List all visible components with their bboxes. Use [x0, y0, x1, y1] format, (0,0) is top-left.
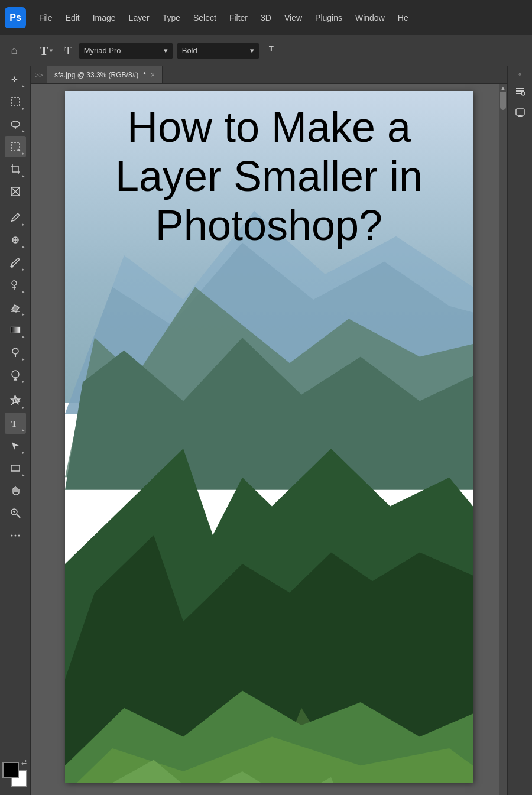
- svg-rect-46: [516, 109, 524, 115]
- panel-collapse-button[interactable]: «: [516, 69, 524, 80]
- canvas-text-overlay: How to Make a Layer Smaller in Photoshop…: [65, 91, 473, 261]
- menu-plugins[interactable]: Plugins: [309, 9, 348, 26]
- font-style-chevron: ▾: [250, 46, 254, 55]
- type-arrow: ▸: [22, 428, 25, 433]
- tab-filename: sfa.jpg @ 33.3% (RGB/8#): [54, 71, 138, 79]
- right-panel: «: [507, 66, 532, 795]
- type-tool[interactable]: T ▸: [5, 413, 26, 434]
- type-chevron: ▾: [50, 47, 53, 54]
- eyedropper-tool[interactable]: ▸: [5, 207, 26, 228]
- menu-items: File Edit Image Layer Type Select Filter…: [33, 9, 527, 26]
- svg-point-31: [18, 535, 20, 537]
- svg-rect-24: [11, 465, 20, 471]
- svg-point-2: [11, 121, 20, 127]
- svg-rect-19: [11, 327, 20, 333]
- move-arrow: ▸: [22, 84, 25, 89]
- document-tab[interactable]: sfa.jpg @ 33.3% (RGB/8#) * ×: [47, 66, 163, 83]
- menu-select[interactable]: Select: [187, 9, 222, 26]
- canvas-heading: How to Make a Layer Smaller in Photoshop…: [83, 103, 455, 249]
- tab-modified: *: [143, 71, 146, 79]
- menu-layer[interactable]: Layer: [123, 9, 155, 26]
- menu-edit[interactable]: Edit: [60, 9, 86, 26]
- brush-tool[interactable]: ▸: [5, 252, 26, 273]
- menu-filter[interactable]: Filter: [223, 9, 254, 26]
- hand-tool[interactable]: [5, 480, 26, 501]
- menu-file[interactable]: File: [33, 9, 59, 26]
- svg-text:✛: ✛: [11, 75, 18, 84]
- menu-view[interactable]: View: [278, 9, 308, 26]
- menu-help[interactable]: He: [392, 9, 414, 26]
- menu-type[interactable]: Type: [157, 9, 186, 26]
- rectangle-shape-tool[interactable]: ▸: [5, 457, 26, 479]
- eraser-tool[interactable]: ▸: [5, 297, 26, 318]
- clone-stamp-tool[interactable]: ▸: [5, 274, 26, 296]
- character-panel-icon[interactable]: ᵀ: [263, 43, 280, 59]
- vertical-scrollbar[interactable]: [499, 84, 507, 795]
- menu-image[interactable]: Image: [87, 9, 122, 26]
- healing-brush-tool[interactable]: ▸: [5, 229, 26, 251]
- document-canvas: How to Make a Layer Smaller in Photoshop…: [65, 91, 473, 783]
- type-toggle-icon[interactable]: ᴵT: [60, 43, 75, 59]
- canvas-forest: [65, 333, 473, 783]
- dodge-tool[interactable]: ▸: [5, 342, 26, 363]
- gradient-arrow: ▸: [22, 335, 25, 339]
- blur-arrow: ▸: [22, 379, 25, 384]
- left-toolbox: ✛ ▸ ▸ ▸ ▸: [0, 66, 31, 795]
- svg-rect-42: [516, 88, 524, 89]
- comments-panel-icon[interactable]: [511, 103, 530, 122]
- zoom-tool[interactable]: [5, 502, 26, 524]
- type-tool-icon[interactable]: T ▾: [36, 42, 56, 60]
- svg-point-22: [12, 371, 19, 378]
- path-select-tool[interactable]: ▸: [5, 435, 26, 456]
- toolbar-divider-1: [30, 43, 30, 59]
- heading-line3: Photoshop?: [155, 202, 382, 249]
- crop-tool[interactable]: ▸: [5, 158, 26, 180]
- ps-logo: Ps: [5, 7, 26, 28]
- shape-arrow: ▸: [22, 473, 25, 478]
- type-label: T: [40, 43, 48, 59]
- tab-expand-left[interactable]: >>: [31, 66, 47, 83]
- foreground-swatch[interactable]: [2, 762, 19, 778]
- frame-tool[interactable]: [5, 181, 26, 202]
- lasso-tool[interactable]: ▸: [5, 113, 26, 135]
- home-button[interactable]: ⌂: [5, 41, 24, 60]
- tab-bar: >> sfa.jpg @ 33.3% (RGB/8#) * ×: [31, 66, 507, 84]
- font-style-value: Bold: [182, 46, 197, 55]
- menu-bar: Ps File Edit Image Layer Type Select Fil…: [0, 0, 532, 35]
- lasso-arrow: ▸: [22, 129, 25, 134]
- menu-3d[interactable]: 3D: [255, 9, 277, 26]
- tab-close-button[interactable]: ×: [151, 71, 155, 79]
- more-tools[interactable]: [5, 525, 26, 546]
- svg-point-13: [11, 266, 13, 267]
- eyedropper-arrow: ▸: [22, 222, 25, 227]
- scroll-up-button[interactable]: ▲: [499, 84, 507, 92]
- canvas-wrapper: ▲: [31, 84, 507, 795]
- svg-line-9: [11, 220, 12, 222]
- marquee-rect-tool[interactable]: ▸: [5, 91, 26, 112]
- canvas-area: >> sfa.jpg @ 33.3% (RGB/8#) * × ▲: [31, 66, 507, 795]
- heading-line1: How to Make a: [127, 103, 411, 151]
- pen-tool[interactable]: ▸: [5, 390, 26, 411]
- svg-rect-1: [11, 98, 20, 106]
- stamp-arrow: ▸: [22, 290, 25, 294]
- object-select-arrow: ▸: [22, 151, 25, 156]
- move-tool[interactable]: ✛ ▸: [5, 69, 26, 90]
- path-select-arrow: ▸: [22, 450, 25, 455]
- blur-tool[interactable]: ▸: [5, 364, 26, 385]
- properties-panel-icon[interactable]: [511, 82, 530, 101]
- svg-point-29: [11, 535, 12, 537]
- svg-point-30: [14, 535, 16, 537]
- gradient-tool[interactable]: ▸: [5, 319, 26, 340]
- eraser-arrow: ▸: [22, 312, 25, 317]
- font-family-dropdown[interactable]: Myriad Pro ▾: [79, 43, 173, 59]
- dodge-arrow: ▸: [22, 357, 25, 362]
- color-swatches[interactable]: [2, 762, 28, 788]
- font-style-dropdown[interactable]: Bold ▾: [177, 43, 259, 59]
- main-layout: ✛ ▸ ▸ ▸ ▸: [0, 66, 532, 795]
- heal-arrow: ▸: [22, 245, 25, 249]
- menu-window[interactable]: Window: [349, 9, 391, 26]
- crop-arrow: ▸: [22, 174, 25, 179]
- marquee-arrow: ▸: [22, 106, 25, 111]
- object-select-tool[interactable]: ▸: [5, 136, 26, 157]
- svg-point-14: [12, 281, 17, 285]
